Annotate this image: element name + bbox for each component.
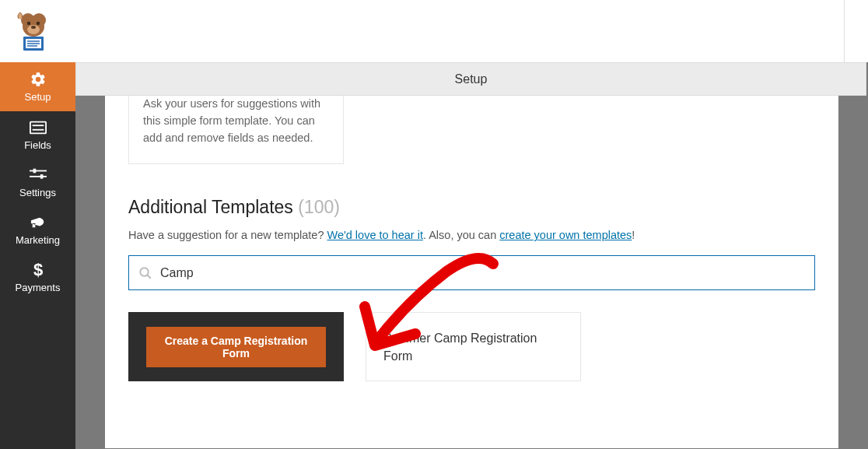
- svg-point-20: [140, 268, 149, 276]
- list-icon: [30, 119, 47, 136]
- sidebar-item-label: Setup: [25, 91, 51, 103]
- suggestion-link[interactable]: We'd love to hear it: [327, 229, 423, 241]
- create-form-button[interactable]: Create a Camp Registration Form: [146, 327, 326, 367]
- svg-rect-18: [40, 174, 43, 179]
- sliders-icon: [30, 167, 47, 184]
- bullhorn-icon: [30, 214, 47, 231]
- template-search-input[interactable]: [160, 266, 805, 280]
- svg-rect-16: [33, 169, 36, 174]
- template-card-description: Ask your users for suggestions with this…: [143, 96, 329, 146]
- header-bar: Setup: [75, 62, 866, 96]
- sidebar-item-label: Payments: [16, 282, 61, 293]
- svg-point-6: [31, 26, 36, 29]
- sidebar-item-label: Marketing: [16, 234, 60, 246]
- divider: [844, 0, 845, 62]
- template-result-label: Summer Camp Registration Form: [383, 329, 563, 365]
- svg-text:$: $: [33, 261, 42, 279]
- sidebar-item-payments[interactable]: $ Payments: [0, 254, 75, 301]
- sidebar: Setup Fields Settings Marketing $ Paymen…: [0, 62, 75, 449]
- sidebar-item-fields[interactable]: Fields: [0, 111, 75, 159]
- svg-rect-17: [30, 176, 47, 177]
- dollar-icon: $: [33, 261, 44, 279]
- create-own-link[interactable]: create your own templates: [499, 229, 632, 241]
- sidebar-item-label: Fields: [24, 139, 51, 151]
- sidebar-item-setup[interactable]: Setup: [0, 62, 75, 111]
- template-result-create[interactable]: Create a Camp Registration Form: [128, 312, 344, 381]
- search-icon: [138, 266, 152, 280]
- svg-line-21: [147, 275, 151, 279]
- template-count: (100): [298, 197, 340, 217]
- gear-icon: [30, 71, 47, 88]
- svg-rect-15: [30, 170, 47, 172]
- section-subtext: Have a suggestion for a new template? We…: [128, 229, 815, 241]
- section-title: Additional Templates (100): [128, 197, 815, 218]
- svg-point-4: [27, 22, 30, 25]
- search-box[interactable]: [128, 255, 815, 290]
- sidebar-item-marketing[interactable]: Marketing: [0, 206, 75, 254]
- svg-point-5: [37, 22, 40, 25]
- sidebar-item-settings[interactable]: Settings: [0, 159, 75, 206]
- template-card[interactable]: Ask your users for suggestions with this…: [128, 95, 344, 164]
- sidebar-item-label: Settings: [19, 187, 56, 198]
- header-title: Setup: [455, 72, 488, 86]
- wpforms-logo: [14, 9, 53, 52]
- template-result-item[interactable]: Summer Camp Registration Form: [366, 312, 581, 381]
- svg-rect-12: [30, 122, 45, 134]
